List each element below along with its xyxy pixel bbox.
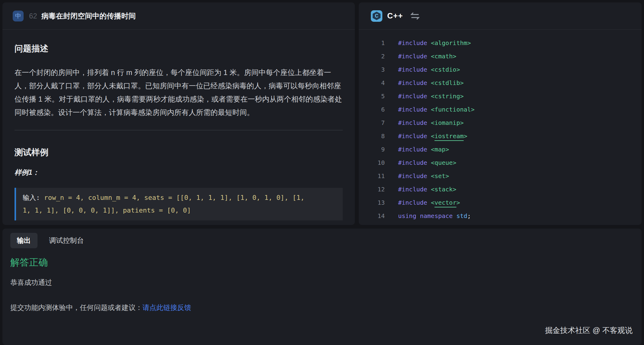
editor-panel: C C++ 1#include <algorithm>2#include <cm… bbox=[359, 2, 642, 225]
code-line[interactable]: 5#include <cstring> bbox=[359, 90, 642, 103]
problem-number: 62 bbox=[29, 12, 37, 20]
feedback-row: 提交功能内测体验中，任何问题或者建议：请点此链接反馈 bbox=[10, 303, 634, 312]
code-text: #include <cstring> bbox=[398, 93, 464, 100]
code-line[interactable]: 3#include <cstdio> bbox=[359, 63, 642, 76]
top-row: 中 62 病毒在封闭空间中的传播时间 问题描述 在一个封闭的房间中，排列着 n … bbox=[0, 0, 644, 225]
output-tabs: 输出调试控制台 bbox=[10, 233, 634, 248]
line-number: 6 bbox=[359, 106, 385, 113]
code-text: #include <cstdio> bbox=[398, 66, 460, 73]
problem-body[interactable]: 问题描述 在一个封闭的房间中，排列着 n 行 m 列的座位，每个座位间距为 1 … bbox=[2, 30, 355, 225]
section-divider bbox=[15, 130, 343, 130]
code-line[interactable]: 2#include <cmath> bbox=[359, 50, 642, 63]
line-number: 2 bbox=[359, 53, 385, 60]
line-number: 12 bbox=[359, 186, 385, 193]
code-text: #include <map> bbox=[398, 146, 449, 153]
result-subtitle: 恭喜成功通过 bbox=[10, 278, 634, 287]
code-line[interactable]: 4#include <cstdlib> bbox=[359, 76, 642, 90]
problem-panel: 中 62 病毒在封闭空间中的传播时间 问题描述 在一个封闭的房间中，排列着 n … bbox=[2, 2, 355, 225]
example-input-block: 输入: row_n = 4, column_m = 4, seats = [[0… bbox=[15, 188, 343, 220]
code-line[interactable]: 10#include <queue> bbox=[359, 156, 642, 169]
code-editor[interactable]: 1#include <algorithm>2#include <cmath>3#… bbox=[359, 30, 642, 223]
code-text: #include <iostream> bbox=[398, 132, 467, 140]
code-text: #include <queue> bbox=[398, 159, 456, 166]
code-line[interactable]: 8#include <iostream> bbox=[359, 129, 642, 143]
code-line[interactable]: 6#include <functional> bbox=[359, 103, 642, 116]
output-panel: 输出调试控制台 解答正确 恭喜成功通过 提交功能内测体验中，任何问题或者建议：请… bbox=[2, 229, 642, 345]
code-text: #include <cstdlib> bbox=[398, 79, 464, 86]
code-line[interactable]: 14using namespace std; bbox=[359, 209, 642, 223]
example-label: 样例1： bbox=[15, 168, 343, 176]
line-number: 13 bbox=[359, 199, 385, 206]
language-label: C++ bbox=[387, 11, 403, 21]
line-number: 3 bbox=[359, 66, 385, 73]
code-text: #include <functional> bbox=[398, 106, 475, 113]
code-text: #include <vector> bbox=[398, 199, 460, 206]
code-text: #include <set> bbox=[398, 172, 449, 180]
code-line[interactable]: 12#include <stack> bbox=[359, 183, 642, 196]
examples-heading: 测试样例 bbox=[15, 147, 343, 158]
problem-title: 病毒在封闭空间中的传播时间 bbox=[41, 11, 136, 21]
example-input-code: 1, 1, 1], [0, 0, 0, 1]], patients = [0, … bbox=[23, 207, 191, 214]
code-line[interactable]: 7#include <iomanip> bbox=[359, 116, 642, 129]
cpp-hexagon-icon: C bbox=[373, 12, 381, 20]
problem-header: 中 62 病毒在封闭空间中的传播时间 bbox=[2, 2, 355, 30]
code-line[interactable]: 1#include <algorithm> bbox=[359, 36, 642, 50]
editor-header: C C++ bbox=[359, 2, 642, 30]
example-input-line: 1, 1, 1], [0, 0, 0, 1]], patients = [0, … bbox=[23, 204, 336, 217]
line-number: 9 bbox=[359, 146, 385, 153]
line-number: 4 bbox=[359, 79, 385, 86]
line-number: 1 bbox=[359, 39, 385, 47]
example-input-code: row_n = 4, column_m = 4, seats = [[0, 1,… bbox=[44, 194, 305, 201]
example-input-label: 输入: bbox=[23, 194, 44, 201]
swap-arrows-icon bbox=[410, 12, 420, 20]
watermark: 掘金技术社区 @ 不客观说 bbox=[545, 325, 633, 335]
code-line[interactable]: 9#include <map> bbox=[359, 143, 642, 156]
feedback-link[interactable]: 请点此链接反馈 bbox=[142, 304, 191, 311]
code-lines: 1#include <algorithm>2#include <cmath>3#… bbox=[359, 36, 642, 223]
description-text: 在一个封闭的房间中，排列着 n 行 m 列的座位，每个座位间距为 1 米。房间中… bbox=[15, 66, 343, 119]
line-number: 11 bbox=[359, 172, 385, 180]
code-text: #include <iomanip> bbox=[398, 119, 464, 126]
feedback-text: 提交功能内测体验中，任何问题或者建议： bbox=[10, 304, 142, 311]
line-number: 8 bbox=[359, 132, 385, 140]
line-number: 10 bbox=[359, 159, 385, 166]
line-number: 14 bbox=[359, 212, 385, 220]
result-title: 解答正确 bbox=[10, 256, 634, 269]
description-heading: 问题描述 bbox=[15, 44, 343, 54]
swap-language-button[interactable] bbox=[410, 12, 420, 20]
code-text: #include <stack> bbox=[398, 186, 456, 193]
tab-debug-console[interactable]: 调试控制台 bbox=[42, 233, 90, 248]
code-text: using namespace std; bbox=[398, 212, 471, 220]
code-line[interactable]: 11#include <set> bbox=[359, 169, 642, 183]
example-input-line: 输入: row_n = 4, column_m = 4, seats = [[0… bbox=[23, 191, 336, 204]
line-number: 5 bbox=[359, 93, 385, 100]
code-text: #include <algorithm> bbox=[398, 39, 471, 47]
line-number: 7 bbox=[359, 119, 385, 126]
tab-output[interactable]: 输出 bbox=[10, 233, 38, 248]
cpp-logo-icon: C bbox=[371, 10, 382, 22]
code-text: #include <cmath> bbox=[398, 53, 456, 60]
difficulty-badge: 中 bbox=[13, 11, 24, 21]
code-line[interactable]: 13#include <vector> bbox=[359, 196, 642, 209]
